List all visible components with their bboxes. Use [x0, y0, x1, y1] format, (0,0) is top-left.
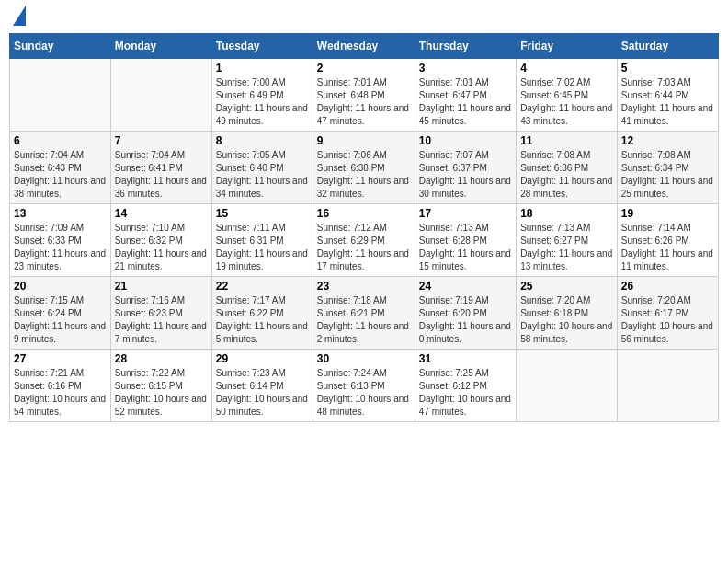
calendar-cell: 4Sunrise: 7:02 AMSunset: 6:45 PMDaylight… — [517, 59, 618, 132]
calendar-cell — [517, 350, 618, 422]
day-number: 30 — [317, 352, 411, 365]
weekday-header: Tuesday — [211, 34, 313, 59]
calendar-cell: 22Sunrise: 7:17 AMSunset: 6:22 PMDayligh… — [211, 277, 313, 350]
day-number: 21 — [115, 280, 208, 293]
day-number: 6 — [14, 134, 107, 147]
day-info: Sunrise: 7:25 AMSunset: 6:12 PMDaylight:… — [419, 367, 512, 419]
day-info: Sunrise: 7:01 AMSunset: 6:48 PMDaylight:… — [317, 76, 411, 128]
calendar-cell: 31Sunrise: 7:25 AMSunset: 6:12 PMDayligh… — [415, 350, 516, 422]
calendar-cell: 1Sunrise: 7:00 AMSunset: 6:49 PMDaylight… — [211, 59, 313, 132]
day-info: Sunrise: 7:24 AMSunset: 6:13 PMDaylight:… — [317, 367, 411, 419]
day-info: Sunrise: 7:05 AMSunset: 6:40 PMDaylight:… — [216, 149, 309, 201]
calendar-cell: 13Sunrise: 7:09 AMSunset: 6:33 PMDayligh… — [10, 204, 111, 277]
day-info: Sunrise: 7:21 AMSunset: 6:16 PMDaylight:… — [14, 367, 107, 419]
calendar-cell: 30Sunrise: 7:24 AMSunset: 6:13 PMDayligh… — [313, 350, 415, 422]
calendar-week-row: 6Sunrise: 7:04 AMSunset: 6:43 PMDaylight… — [10, 132, 719, 204]
day-info: Sunrise: 7:04 AMSunset: 6:41 PMDaylight:… — [115, 149, 208, 201]
day-info: Sunrise: 7:13 AMSunset: 6:28 PMDaylight:… — [419, 222, 512, 273]
day-number: 11 — [520, 134, 613, 147]
calendar-cell — [110, 59, 211, 132]
day-number: 23 — [317, 280, 411, 293]
calendar-cell: 29Sunrise: 7:23 AMSunset: 6:14 PMDayligh… — [211, 350, 313, 422]
day-number: 14 — [115, 207, 208, 220]
calendar-cell: 12Sunrise: 7:08 AMSunset: 6:34 PMDayligh… — [617, 132, 718, 204]
day-number: 29 — [216, 352, 309, 365]
day-info: Sunrise: 7:08 AMSunset: 6:34 PMDaylight:… — [621, 149, 714, 201]
calendar-cell: 16Sunrise: 7:12 AMSunset: 6:29 PMDayligh… — [313, 204, 415, 277]
day-info: Sunrise: 7:15 AMSunset: 6:24 PMDaylight:… — [14, 294, 107, 346]
day-number: 26 — [621, 280, 714, 293]
weekday-header: Wednesday — [313, 34, 415, 59]
day-info: Sunrise: 7:16 AMSunset: 6:23 PMDaylight:… — [115, 294, 208, 346]
day-info: Sunrise: 7:14 AMSunset: 6:26 PMDaylight:… — [621, 222, 714, 273]
calendar-cell: 28Sunrise: 7:22 AMSunset: 6:15 PMDayligh… — [110, 350, 211, 422]
calendar-cell: 25Sunrise: 7:20 AMSunset: 6:18 PMDayligh… — [517, 277, 618, 350]
calendar-cell: 24Sunrise: 7:19 AMSunset: 6:20 PMDayligh… — [415, 277, 516, 350]
day-info: Sunrise: 7:11 AMSunset: 6:31 PMDaylight:… — [216, 222, 309, 273]
day-number: 5 — [621, 62, 714, 75]
day-info: Sunrise: 7:19 AMSunset: 6:20 PMDaylight:… — [419, 294, 512, 346]
calendar-cell — [10, 59, 111, 132]
day-number: 1 — [216, 62, 309, 75]
day-info: Sunrise: 7:08 AMSunset: 6:36 PMDaylight:… — [520, 149, 613, 201]
day-number: 28 — [115, 352, 208, 365]
calendar-cell: 26Sunrise: 7:20 AMSunset: 6:17 PMDayligh… — [617, 277, 718, 350]
calendar-cell: 6Sunrise: 7:04 AMSunset: 6:43 PMDaylight… — [10, 132, 111, 204]
calendar-week-row: 20Sunrise: 7:15 AMSunset: 6:24 PMDayligh… — [10, 277, 719, 350]
day-number: 15 — [216, 207, 309, 220]
weekday-header: Thursday — [415, 34, 516, 59]
day-info: Sunrise: 7:17 AMSunset: 6:22 PMDaylight:… — [216, 294, 309, 346]
calendar-week-row: 1Sunrise: 7:00 AMSunset: 6:49 PMDaylight… — [10, 59, 719, 132]
day-info: Sunrise: 7:04 AMSunset: 6:43 PMDaylight:… — [14, 149, 107, 201]
weekday-header: Saturday — [617, 34, 718, 59]
day-number: 24 — [419, 280, 512, 293]
calendar-cell: 7Sunrise: 7:04 AMSunset: 6:41 PMDaylight… — [110, 132, 211, 204]
calendar-cell: 20Sunrise: 7:15 AMSunset: 6:24 PMDayligh… — [10, 277, 111, 350]
day-number: 8 — [216, 134, 309, 147]
calendar-cell — [617, 350, 718, 422]
calendar-cell: 9Sunrise: 7:06 AMSunset: 6:38 PMDaylight… — [313, 132, 415, 204]
calendar-week-row: 27Sunrise: 7:21 AMSunset: 6:16 PMDayligh… — [10, 350, 719, 422]
day-number: 25 — [520, 280, 613, 293]
day-number: 7 — [115, 134, 208, 147]
day-number: 10 — [419, 134, 512, 147]
calendar-week-row: 13Sunrise: 7:09 AMSunset: 6:33 PMDayligh… — [10, 204, 719, 277]
day-info: Sunrise: 7:23 AMSunset: 6:14 PMDaylight:… — [216, 367, 309, 419]
calendar-table: SundayMondayTuesdayWednesdayThursdayFrid… — [9, 33, 719, 422]
day-info: Sunrise: 7:07 AMSunset: 6:37 PMDaylight:… — [419, 149, 512, 201]
day-number: 3 — [419, 62, 512, 75]
day-number: 27 — [14, 352, 107, 365]
day-info: Sunrise: 7:00 AMSunset: 6:49 PMDaylight:… — [216, 76, 309, 128]
weekday-header: Sunday — [10, 34, 111, 59]
day-number: 9 — [317, 134, 411, 147]
day-number: 2 — [317, 62, 411, 75]
calendar-cell: 2Sunrise: 7:01 AMSunset: 6:48 PMDaylight… — [313, 59, 415, 132]
weekday-header: Monday — [110, 34, 211, 59]
calendar-cell: 8Sunrise: 7:05 AMSunset: 6:40 PMDaylight… — [211, 132, 313, 204]
day-number: 16 — [317, 207, 411, 220]
day-info: Sunrise: 7:09 AMSunset: 6:33 PMDaylight:… — [14, 222, 107, 273]
calendar-cell: 5Sunrise: 7:03 AMSunset: 6:44 PMDaylight… — [617, 59, 718, 132]
day-info: Sunrise: 7:03 AMSunset: 6:44 PMDaylight:… — [621, 76, 714, 128]
page-header — [9, 9, 719, 26]
logo — [9, 9, 26, 26]
day-number: 12 — [621, 134, 714, 147]
calendar-cell: 14Sunrise: 7:10 AMSunset: 6:32 PMDayligh… — [110, 204, 211, 277]
day-number: 4 — [520, 62, 613, 75]
day-number: 31 — [419, 352, 512, 365]
day-info: Sunrise: 7:18 AMSunset: 6:21 PMDaylight:… — [317, 294, 411, 346]
calendar-cell: 17Sunrise: 7:13 AMSunset: 6:28 PMDayligh… — [415, 204, 516, 277]
calendar-cell: 10Sunrise: 7:07 AMSunset: 6:37 PMDayligh… — [415, 132, 516, 204]
calendar-cell: 21Sunrise: 7:16 AMSunset: 6:23 PMDayligh… — [110, 277, 211, 350]
calendar-header-row: SundayMondayTuesdayWednesdayThursdayFrid… — [10, 34, 719, 59]
day-number: 22 — [216, 280, 309, 293]
day-number: 17 — [419, 207, 512, 220]
day-number: 13 — [14, 207, 107, 220]
day-info: Sunrise: 7:22 AMSunset: 6:15 PMDaylight:… — [115, 367, 208, 419]
weekday-header: Friday — [517, 34, 618, 59]
day-number: 20 — [14, 280, 107, 293]
calendar-cell: 3Sunrise: 7:01 AMSunset: 6:47 PMDaylight… — [415, 59, 516, 132]
day-info: Sunrise: 7:02 AMSunset: 6:45 PMDaylight:… — [520, 76, 613, 128]
day-number: 19 — [621, 207, 714, 220]
day-info: Sunrise: 7:06 AMSunset: 6:38 PMDaylight:… — [317, 149, 411, 201]
